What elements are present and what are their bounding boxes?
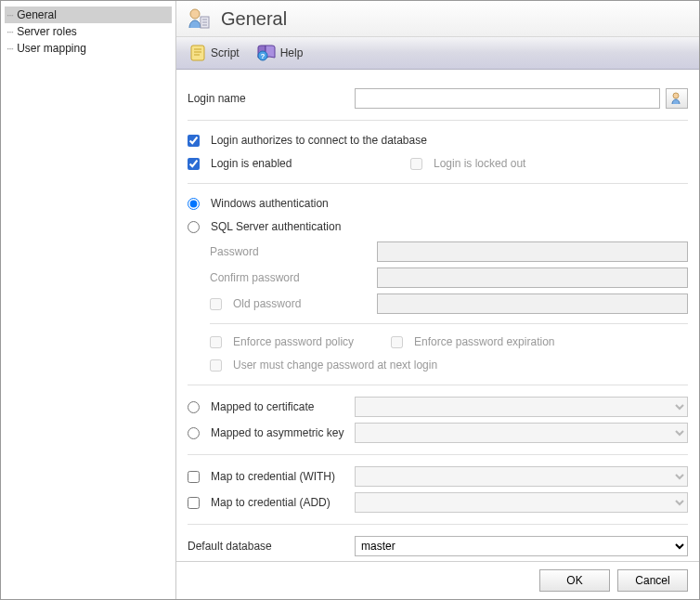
page-title: General	[221, 8, 287, 30]
map-cred-add-label: Map to credential (ADD)	[211, 496, 331, 509]
toolbar: Script ? Help	[176, 37, 699, 70]
svg-text:?: ?	[260, 52, 265, 60]
person-search-icon	[669, 91, 684, 106]
sidebar-tree: ···· General ···· Server roles ···· User…	[1, 1, 176, 599]
default-db-select[interactable]: master	[355, 536, 688, 556]
windows-auth-radio[interactable]	[188, 198, 200, 210]
browse-login-button[interactable]	[666, 88, 688, 109]
confirm-password-label: Confirm password	[210, 271, 300, 284]
ok-button[interactable]: OK	[539, 569, 610, 592]
must-change-checkbox	[210, 359, 222, 372]
script-icon	[188, 44, 207, 62]
sidebar-item-general[interactable]: ···· General	[5, 7, 172, 23]
old-password-checkbox	[210, 298, 222, 310]
cancel-button[interactable]: Cancel	[617, 569, 688, 592]
sidebar-item-server-roles[interactable]: ···· Server roles	[5, 23, 172, 40]
enforce-expiration-label: Enforce password expiration	[414, 335, 554, 348]
sidebar-item-label: User mapping	[17, 42, 86, 55]
form-content: Login name Login authorizes to connect	[176, 70, 699, 561]
help-label: Help	[280, 46, 304, 59]
mapped-cert-label: Mapped to certificate	[211, 400, 314, 413]
tree-dots-icon: ····	[6, 44, 13, 54]
map-cred-with-select	[355, 466, 688, 487]
confirm-password-input	[377, 267, 688, 288]
enforce-policy-checkbox	[210, 336, 222, 348]
map-cred-add-checkbox[interactable]	[188, 497, 200, 509]
login-properties-window: ···· General ···· Server roles ···· User…	[0, 0, 700, 600]
enforce-expiration-checkbox	[391, 336, 403, 348]
enforce-policy-label: Enforce password policy	[233, 335, 354, 348]
main-panel: General Script	[176, 1, 699, 599]
sidebar-item-label: Server roles	[17, 25, 77, 38]
password-input	[377, 241, 688, 262]
mapped-asym-select	[355, 423, 688, 443]
sidebar-item-user-mapping[interactable]: ···· User mapping	[5, 40, 172, 57]
svg-point-0	[190, 9, 200, 19]
map-cred-with-checkbox[interactable]	[188, 471, 200, 483]
mapped-cert-radio[interactable]	[188, 401, 200, 413]
authorize-checkbox[interactable]	[188, 135, 200, 147]
locked-label: Login is locked out	[434, 157, 525, 170]
enabled-checkbox[interactable]	[188, 158, 200, 170]
locked-checkbox	[410, 158, 422, 170]
tree-dots-icon: ····	[6, 27, 13, 37]
enabled-label: Login is enabled	[211, 157, 292, 170]
mapped-cert-select	[355, 397, 688, 417]
password-label: Password	[210, 245, 259, 258]
default-db-label: Default database	[188, 540, 272, 553]
help-button[interactable]: ? Help	[250, 41, 310, 65]
tree-dots-icon: ····	[6, 10, 13, 20]
windows-auth-label: Windows authentication	[211, 197, 329, 210]
user-icon	[184, 5, 212, 33]
sql-auth-label: SQL Server authentication	[211, 220, 341, 233]
svg-rect-5	[191, 46, 204, 60]
svg-point-11	[673, 93, 679, 98]
header: General	[176, 1, 699, 37]
old-password-input	[377, 293, 688, 314]
help-icon: ?	[256, 44, 277, 62]
mapped-asym-radio[interactable]	[188, 427, 200, 439]
sidebar-item-label: General	[17, 8, 57, 21]
authorize-label: Login authorizes to connect to the datab…	[211, 134, 427, 147]
login-name-label: Login name	[188, 92, 246, 105]
mapped-asym-label: Mapped to asymmetric key	[211, 426, 344, 439]
script-label: Script	[211, 46, 240, 59]
login-name-input[interactable]	[355, 88, 660, 109]
sql-auth-radio[interactable]	[188, 221, 200, 233]
must-change-label: User must change password at next login	[233, 359, 437, 372]
map-cred-with-label: Map to credential (WITH)	[211, 470, 335, 483]
footer: OK Cancel	[176, 561, 699, 599]
map-cred-add-select	[355, 492, 688, 513]
old-password-label: Old password	[233, 297, 301, 310]
script-button[interactable]: Script	[182, 41, 246, 65]
